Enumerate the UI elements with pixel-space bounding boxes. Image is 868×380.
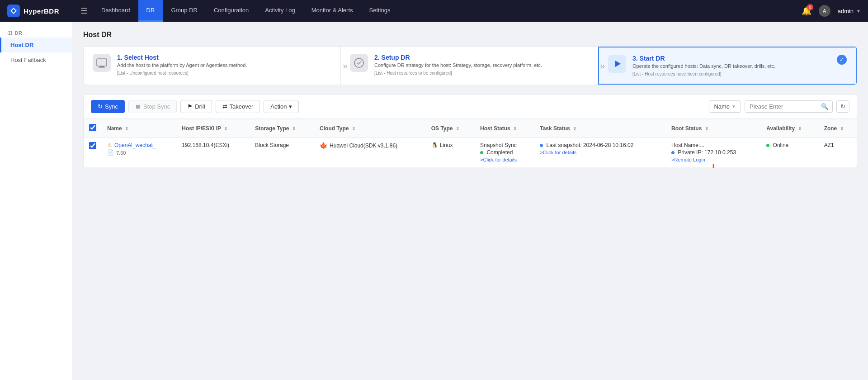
drill-button[interactable]: ⚑ Drill — [180, 100, 212, 113]
sidebar-item-host-failback[interactable]: Host Failback — [0, 52, 72, 67]
task-status-link[interactable]: >Click for details — [540, 150, 576, 155]
th-host-status-sort-icon[interactable]: ⇕ — [513, 126, 517, 131]
nav-settings[interactable]: Settings — [361, 0, 399, 22]
step-2-title: 2. Setup DR — [374, 54, 589, 61]
th-os-type-label: OS Type — [431, 125, 453, 132]
step-3-sub: [List - Host resources have been configu… — [632, 71, 830, 76]
search-input-wrap: 🔍 — [745, 100, 833, 113]
row-zone-cell: AZ1 — [819, 138, 857, 168]
stop-sync-button[interactable]: ⏹ Stop Sync — [128, 100, 177, 113]
table-header-row: Name ⇕ Host IP/ESXi IP ⇕ Storage Type ⇕ — [84, 119, 857, 138]
huawei-cloud-icon: 🍁 — [320, 142, 327, 149]
row-boot-status-cell: Host Name:... Private IP: 172.10.0.253 >… — [666, 138, 761, 168]
table-row: ⚠ OpenAl_wechat_ 📄 7.60 192.168.10.4(ESX… — [84, 138, 857, 168]
linux-icon: 🐧 — [431, 142, 438, 148]
th-zone: Zone ⇕ — [819, 119, 857, 138]
row-name-cell: ⚠ OpenAl_wechat_ 📄 7.60 — [102, 138, 176, 168]
step-3-title: 3. Start DR — [632, 55, 830, 62]
step-2-desc: Configure DR strategy for the host: Stra… — [374, 62, 589, 69]
remote-login-link[interactable]: >Remote Login — [671, 157, 705, 162]
svg-marker-5 — [615, 61, 621, 67]
step-3-icon — [608, 55, 626, 73]
row-cloud-type-cell: 🍁 Huawei Cloud(SDK v3.1.86) — [314, 138, 426, 168]
step-2-sub: [List - Host resources to be configured] — [374, 71, 589, 76]
search-input[interactable] — [745, 101, 817, 112]
host-ip-value: 192.168.10.4(ESXi) — [182, 142, 229, 148]
steps-row: 1. Select Host Add the host to the platf… — [83, 46, 857, 85]
hamburger-button[interactable]: ☰ — [75, 6, 93, 16]
host-name-link[interactable]: OpenAl_wechat_ — [114, 142, 156, 148]
logo-text: HyperBDR — [24, 7, 59, 15]
th-name-sort-icon[interactable]: ⇕ — [125, 126, 128, 131]
user-avatar: A — [819, 5, 830, 17]
row-os-type-cell: 🐧 Linux — [426, 138, 475, 168]
th-boot-status-sort-icon[interactable]: ⇕ — [705, 126, 708, 131]
th-storage-type-sort-icon[interactable]: ⇕ — [292, 126, 296, 131]
host-status-dot — [480, 151, 483, 154]
row-task-status-cell: Last snapshot: 2024-06-28 10:16:02 >Clic… — [534, 138, 666, 168]
step-2-content: 2. Setup DR Configure DR strategy for th… — [374, 54, 589, 76]
search-button[interactable]: 🔍 — [817, 101, 832, 112]
step-1-arrow: » — [343, 61, 348, 71]
search-field-chevron-icon: ▼ — [731, 104, 736, 109]
red-arrow-annotation — [707, 164, 720, 168]
th-name: Name ⇕ — [102, 119, 176, 138]
nav-activity-log[interactable]: Activity Log — [257, 0, 303, 22]
host-status-label: Snapshot Sync — [480, 142, 529, 148]
row-host-status-cell: Snapshot Sync Completed >Click for detai… — [475, 138, 534, 168]
refresh-button[interactable]: ↻ — [836, 100, 849, 113]
nav-configuration[interactable]: Configuration — [206, 0, 257, 22]
th-availability-sort-icon[interactable]: ⇕ — [798, 126, 802, 131]
page-title: Host DR — [83, 31, 857, 39]
row-checkbox[interactable] — [89, 142, 96, 149]
step-1-card[interactable]: 1. Select Host Add the host to the platf… — [84, 47, 341, 85]
step-3-desc: Operate the configured hosts: Data sync,… — [632, 63, 830, 70]
logo-icon — [7, 5, 20, 17]
th-task-status-sort-icon[interactable]: ⇕ — [573, 126, 576, 131]
th-storage-type: Storage Type ⇕ — [250, 119, 314, 138]
notification-bell[interactable]: 🔔 0 — [802, 6, 811, 16]
step-2-card[interactable]: 2. Setup DR Configure DR strategy for th… — [341, 47, 598, 85]
step-2-arrow: » — [600, 61, 605, 71]
sidebar-item-host-dr[interactable]: Host DR — [0, 38, 72, 52]
nav-items: Dashboard DR Group DR Configuration Acti… — [93, 0, 802, 22]
select-all-checkbox[interactable] — [89, 124, 96, 131]
action-label: Action — [270, 103, 287, 110]
th-storage-type-label: Storage Type — [255, 125, 289, 132]
th-host-ip: Host IP/ESXi IP ⇕ — [176, 119, 250, 138]
zone-value: AZ1 — [824, 142, 834, 148]
nav-dashboard[interactable]: Dashboard — [93, 0, 138, 22]
takeover-button[interactable]: ⇄ Takeover — [216, 100, 260, 113]
cloud-type-content: 🍁 Huawei Cloud(SDK v3.1.86) — [320, 142, 420, 149]
table-area: ↻ Sync ⏹ Stop Sync ⚑ Drill ⇄ Takeover Ac… — [83, 94, 857, 168]
action-button[interactable]: Action ▾ — [264, 100, 299, 113]
th-availability-label: Availability — [766, 125, 795, 132]
drill-label: Drill — [195, 103, 205, 110]
step-3-card[interactable]: 3. Start DR Operate the configured hosts… — [598, 47, 857, 85]
th-cloud-type-sort-icon[interactable]: ⇕ — [352, 126, 355, 131]
th-zone-sort-icon[interactable]: ⇕ — [840, 126, 844, 131]
username-label: admin — [838, 8, 854, 14]
takeover-icon: ⇄ — [222, 103, 227, 110]
task-status-dot — [540, 144, 543, 147]
th-host-ip-sort-icon[interactable]: ⇕ — [224, 126, 227, 131]
nav-monitor-alerts[interactable]: Monitor & Alerts — [303, 0, 361, 22]
stop-sync-label: Stop Sync — [143, 103, 170, 110]
storage-type-value: Block Storage — [255, 142, 289, 148]
table-scroll-area: Name ⇕ Host IP/ESXi IP ⇕ Storage Type ⇕ — [84, 119, 857, 168]
boot-host-name: Host Name:... — [671, 142, 755, 148]
step-2-icon — [350, 54, 368, 72]
th-os-type-sort-icon[interactable]: ⇕ — [456, 126, 459, 131]
top-navigation: HyperBDR ☰ Dashboard DR Group DR Configu… — [0, 0, 868, 22]
search-field-select[interactable]: Name ▼ — [709, 100, 741, 113]
nav-dr[interactable]: DR — [138, 0, 163, 22]
host-warning-icon: ⚠ — [107, 142, 112, 148]
nav-group-dr[interactable]: Group DR — [163, 0, 206, 22]
host-status-link[interactable]: >Click for details — [480, 157, 517, 162]
cloud-type-value: Huawei Cloud(SDK v3.1.86) — [330, 142, 397, 149]
search-area: Name ▼ 🔍 ↻ — [709, 100, 849, 113]
sync-button[interactable]: ↻ Sync — [91, 100, 125, 113]
user-menu[interactable]: admin ▼ — [838, 8, 861, 14]
th-zone-label: Zone — [824, 125, 837, 132]
search-field-label: Name — [714, 103, 730, 110]
